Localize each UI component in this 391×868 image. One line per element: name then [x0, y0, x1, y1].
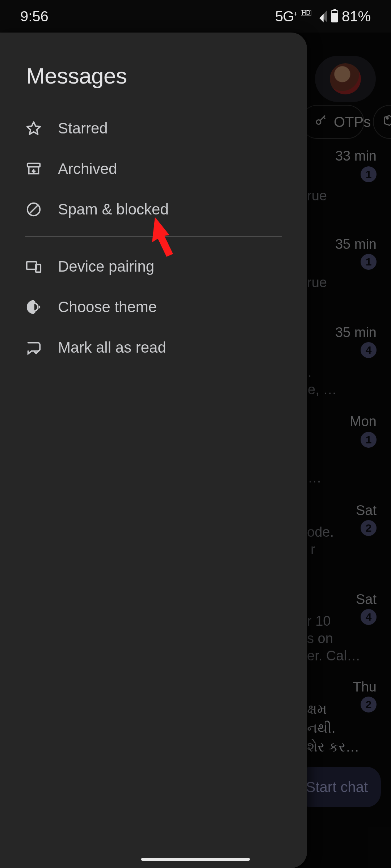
- navigation-drawer: Messages Starred Archived Spam & blocked: [0, 33, 307, 868]
- svg-line-4: [30, 205, 38, 214]
- markread-icon: [25, 339, 42, 356]
- drawer-item-label: Archived: [58, 160, 117, 178]
- status-hd-icon: HD: [301, 10, 311, 16]
- drawer-item-label: Choose theme: [58, 298, 157, 316]
- archive-icon: [25, 161, 42, 177]
- signal-icon: [315, 10, 327, 22]
- devices-icon: [25, 258, 42, 275]
- status-bar: 9:56 5G+ HD 81%: [0, 0, 391, 33]
- block-icon: [25, 201, 42, 218]
- svg-marker-8: [152, 217, 173, 257]
- status-battery-pct: 81%: [342, 8, 371, 25]
- status-network: 5G+: [275, 8, 297, 25]
- drawer-item-label: Spam & blocked: [58, 201, 169, 218]
- drawer-title: Messages: [0, 54, 307, 108]
- svg-rect-2: [28, 163, 40, 167]
- drawer-item-starred[interactable]: Starred: [0, 108, 307, 149]
- home-indicator[interactable]: [141, 858, 250, 861]
- battery-icon: [331, 10, 338, 22]
- status-right: 5G+ HD 81%: [275, 8, 371, 25]
- status-time: 9:56: [20, 8, 49, 25]
- annotation-arrow-icon: [148, 217, 177, 257]
- drawer-item-label: Starred: [58, 120, 108, 137]
- drawer-item-choose-theme[interactable]: Choose theme: [0, 287, 307, 327]
- drawer-item-archived[interactable]: Archived: [0, 149, 307, 189]
- star-icon: [25, 120, 42, 137]
- svg-rect-5: [27, 262, 37, 269]
- drawer-item-label: Device pairing: [58, 258, 154, 275]
- drawer-item-mark-all-read[interactable]: Mark all as read: [0, 327, 307, 368]
- theme-icon: [25, 299, 42, 315]
- drawer-item-label: Mark all as read: [58, 339, 166, 356]
